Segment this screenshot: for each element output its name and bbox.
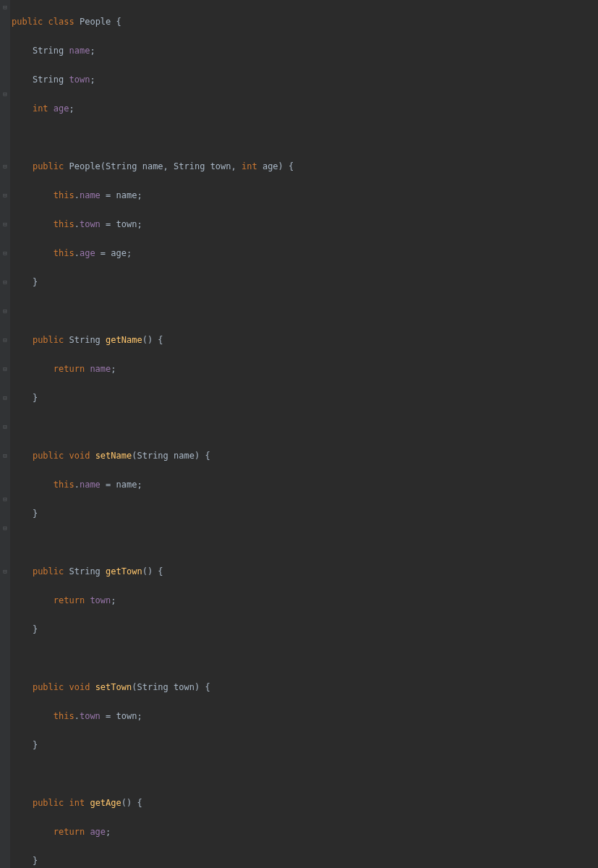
param: name [142,161,163,171]
method: getTown [106,566,142,576]
type: String [69,335,101,345]
fold-marker[interactable]: ⊟ [2,366,8,372]
fold-marker[interactable]: ⊟ [2,91,8,97]
fold-marker[interactable]: ⊟ [2,496,8,502]
var: age [111,248,127,258]
keyword: public [33,682,64,692]
keyword: int [242,161,257,171]
field: town [80,219,101,229]
keyword: class [48,17,74,27]
var: name [116,480,137,490]
method: getAge [90,798,121,808]
field: name [90,364,111,374]
keyword: public [33,451,64,461]
field: name [80,480,101,490]
type: String [137,682,168,692]
keyword: public [12,17,43,27]
keyword: this [54,480,74,490]
keyword: public [33,798,64,808]
param: age [262,161,278,171]
keyword: return [54,827,85,837]
field: town [80,711,101,721]
param: town [210,161,231,171]
param: name [174,451,195,461]
type: String [174,161,205,171]
fold-marker[interactable]: ⊟ [2,308,8,314]
keyword: this [54,219,74,229]
keyword: public [33,335,64,345]
gutter: ⊟ ⊟ ⊟ ⊟ ⊟ ⊟ ⊟ ⊟ ⊟ ⊟ ⊟ ⊟ ⊟ ⊟ ⊟ ⊟ [0,0,10,868]
fold-marker[interactable]: ⊟ [2,4,8,10]
keyword: void [69,682,90,692]
fold-marker[interactable]: ⊟ [2,569,8,574]
keyword: int [69,798,85,808]
fold-marker[interactable]: ⊟ [2,250,8,256]
type: String [106,161,137,171]
fold-marker[interactable]: ⊟ [2,337,8,343]
keyword: this [54,248,74,258]
field: town [69,75,90,85]
class-name: People [80,17,111,27]
fold-marker[interactable]: ⊟ [2,163,8,169]
fold-marker[interactable]: ⊟ [2,221,8,227]
field: age [80,248,95,258]
code-editor[interactable]: ⊟ ⊟ ⊟ ⊟ ⊟ ⊟ ⊟ ⊟ ⊟ ⊟ ⊟ ⊟ ⊟ ⊟ ⊟ ⊟ public c… [0,0,598,868]
type: String [69,566,101,576]
method: getName [106,335,142,345]
type: String [137,451,168,461]
var: name [116,190,137,200]
method: setName [95,451,132,461]
fold-marker[interactable]: ⊟ [2,395,8,401]
type: String [33,46,64,56]
field: name [80,190,101,200]
keyword: this [54,190,74,200]
keyword: this [54,711,74,721]
param: town [174,682,195,692]
fold-marker[interactable]: ⊟ [2,525,8,531]
type: String [33,75,64,85]
fold-marker[interactable]: ⊟ [2,192,8,198]
fold-marker[interactable]: ⊟ [2,279,8,285]
keyword: public [33,161,64,171]
keyword: void [69,451,90,461]
keyword: return [54,595,85,605]
field: name [69,46,90,56]
field: age [54,103,69,114]
field: age [90,827,106,837]
var: town [116,711,137,721]
keyword: return [54,364,85,374]
var: town [116,219,137,229]
fold-marker[interactable]: ⊟ [2,424,8,430]
keyword: int [33,103,48,114]
method: setTown [95,682,132,692]
code-content[interactable]: public class People { String name; Strin… [10,0,598,868]
fold-marker[interactable]: ⊟ [2,453,8,459]
field: town [90,595,111,605]
constructor: People [69,161,101,171]
keyword: public [33,566,64,576]
